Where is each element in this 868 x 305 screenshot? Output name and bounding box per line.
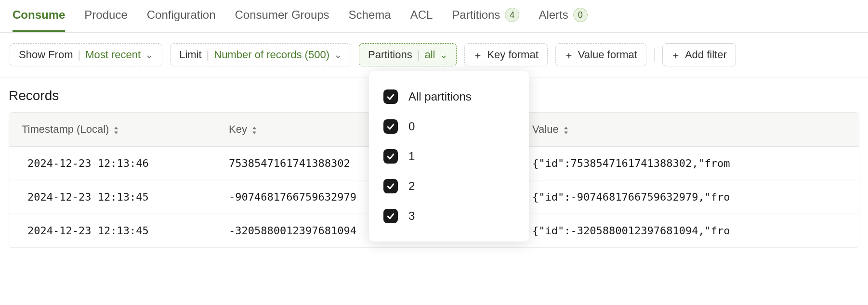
dropdown-label: All partitions <box>408 90 472 103</box>
chevron-down-icon <box>440 51 447 59</box>
dropdown-label: 3 <box>408 209 415 223</box>
dropdown-label: 1 <box>408 150 415 163</box>
dropdown-item-all[interactable]: All partitions <box>378 82 520 112</box>
dropdown-item-partition[interactable]: 2 <box>378 171 520 201</box>
tab-schema[interactable]: Schema <box>349 8 391 32</box>
filter-label: Partitions <box>368 49 412 61</box>
filter-label: Key format <box>487 49 538 61</box>
cell-timestamp: 2024-12-23 12:13:45 <box>9 180 216 214</box>
col-header-timestamp[interactable]: Timestamp (Local) <box>9 113 216 146</box>
chevron-down-icon <box>334 51 342 59</box>
tab-label: Produce <box>84 8 127 22</box>
col-header-value[interactable]: Value <box>520 113 859 146</box>
plus-icon <box>671 51 680 59</box>
svg-marker-7 <box>114 132 118 134</box>
divider <box>654 48 655 62</box>
plus-icon <box>565 51 573 59</box>
alerts-count-badge: 0 <box>573 8 588 22</box>
cell-value: {"id":-9074681766759632979,"fro <box>520 180 859 214</box>
filter-value: Number of records (500) <box>214 49 329 61</box>
filter-partitions[interactable]: Partitions | all <box>359 43 457 66</box>
checkbox-checked-icon <box>383 179 398 193</box>
dropdown-item-partition[interactable]: 3 <box>378 201 520 231</box>
separator: | <box>207 49 210 61</box>
separator: | <box>417 49 420 61</box>
filter-value: all <box>424 49 435 61</box>
checkbox-checked-icon <box>383 149 398 164</box>
checkbox-checked-icon <box>383 89 398 104</box>
svg-marker-10 <box>564 127 568 129</box>
filter-show-from[interactable]: Show From | Most recent <box>10 43 162 66</box>
svg-marker-6 <box>114 127 118 129</box>
tabs-bar: Consume Produce Configuration Consumer G… <box>0 0 868 33</box>
separator: | <box>78 49 80 61</box>
svg-marker-11 <box>564 132 568 134</box>
chevron-down-icon <box>145 51 153 59</box>
tab-partitions[interactable]: Partitions 4 <box>452 8 519 33</box>
svg-marker-9 <box>252 132 256 134</box>
dropdown-label: 0 <box>408 120 415 133</box>
partitions-count-badge: 4 <box>505 8 519 22</box>
col-label: Timestamp (Local) <box>22 123 109 136</box>
tab-label: Configuration <box>147 8 216 22</box>
plus-icon <box>473 51 482 59</box>
tab-consume[interactable]: Consume <box>13 8 65 32</box>
sort-icon <box>113 125 119 134</box>
partitions-dropdown: All partitions 0 1 2 3 <box>369 71 529 241</box>
filter-label: Add filter <box>685 49 727 61</box>
dropdown-item-partition[interactable]: 0 <box>378 112 520 141</box>
filter-label: Value format <box>578 49 637 61</box>
cell-timestamp: 2024-12-23 12:13:45 <box>9 214 216 247</box>
svg-marker-8 <box>252 127 256 129</box>
filter-value-format[interactable]: Value format <box>555 43 646 66</box>
dropdown-label: 2 <box>408 179 415 193</box>
tab-configuration[interactable]: Configuration <box>147 8 216 32</box>
tab-label: Schema <box>349 8 391 22</box>
checkbox-checked-icon <box>383 119 398 134</box>
tab-label: Consumer Groups <box>235 8 329 22</box>
filter-label: Show From <box>19 49 73 61</box>
cell-value: {"id":-3205880012397681094,"fro <box>520 214 859 247</box>
col-label: Key <box>229 123 247 136</box>
filter-limit[interactable]: Limit | Number of records (500) <box>170 43 351 66</box>
cell-value: {"id":7538547161741388302,"from <box>520 147 859 180</box>
cell-timestamp: 2024-12-23 12:13:46 <box>9 147 216 180</box>
tab-label: Consume <box>13 8 65 22</box>
tab-alerts[interactable]: Alerts 0 <box>539 8 587 33</box>
sort-icon <box>563 125 569 134</box>
filter-value: Most recent <box>85 49 141 61</box>
sort-icon <box>251 125 258 134</box>
tab-produce[interactable]: Produce <box>84 8 127 32</box>
tab-consumer-groups[interactable]: Consumer Groups <box>235 8 329 32</box>
add-filter-button[interactable]: Add filter <box>662 43 736 66</box>
dropdown-item-partition[interactable]: 1 <box>378 141 520 171</box>
filter-key-format[interactable]: Key format <box>464 43 547 66</box>
filter-label: Limit <box>179 49 201 61</box>
tab-acl[interactable]: ACL <box>410 8 433 32</box>
checkbox-checked-icon <box>383 209 398 223</box>
tab-label: ACL <box>410 8 433 22</box>
tab-label: Partitions <box>452 8 500 22</box>
tab-label: Alerts <box>539 8 568 22</box>
col-label: Value <box>532 123 559 136</box>
